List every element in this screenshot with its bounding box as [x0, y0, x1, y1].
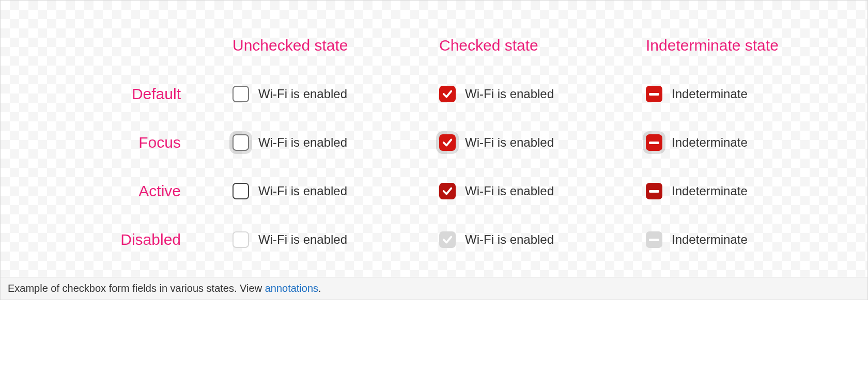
row-header-disabled: Disabled	[36, 231, 212, 248]
row-header-focus: Focus	[36, 134, 212, 151]
checkbox-label: Wi-Fi is enabled	[465, 135, 554, 150]
checkbox-label: Wi-Fi is enabled	[465, 232, 554, 247]
col-header-checked: Checked state	[419, 37, 625, 54]
checkbox-checked-default[interactable]	[439, 86, 456, 102]
checkbox-label: Wi-Fi is enabled	[258, 232, 347, 247]
cell-active-checked: Wi-Fi is enabled	[419, 183, 625, 199]
checkbox-label: Indeterminate	[672, 232, 748, 247]
cell-disabled-indeterminate: Indeterminate	[625, 231, 832, 248]
checkbox-label: Indeterminate	[672, 135, 748, 150]
annotations-link[interactable]: annotations	[265, 283, 318, 294]
row-header-default: Default	[36, 85, 212, 103]
checkbox-label: Wi-Fi is enabled	[258, 184, 347, 198]
checkbox-label: Wi-Fi is enabled	[465, 87, 554, 101]
cell-focus-checked: Wi-Fi is enabled	[419, 134, 625, 151]
checkbox-unchecked-focus[interactable]	[233, 134, 249, 151]
example-panel: Unchecked state Checked state Indetermin…	[0, 0, 868, 300]
checkmark-icon	[442, 88, 453, 100]
col-header-unchecked: Unchecked state	[212, 37, 419, 54]
checkbox-indeterminate-disabled	[646, 231, 662, 248]
checkmark-icon	[442, 137, 453, 148]
checkbox-indeterminate-active[interactable]	[646, 183, 662, 199]
checkbox-checked-focus[interactable]	[439, 134, 456, 151]
indeterminate-icon	[649, 93, 659, 96]
cell-default-checked: Wi-Fi is enabled	[419, 86, 625, 102]
figure-caption: Example of checkbox form fields in vario…	[1, 277, 867, 300]
cell-default-unchecked: Wi-Fi is enabled	[212, 86, 419, 102]
checkbox-checked-disabled	[439, 231, 456, 248]
checkerboard-stage: Unchecked state Checked state Indetermin…	[1, 1, 867, 277]
checkbox-label: Wi-Fi is enabled	[258, 135, 347, 150]
checkbox-indeterminate-default[interactable]	[646, 86, 662, 102]
cell-active-indeterminate: Indeterminate	[625, 183, 832, 199]
cell-focus-indeterminate: Indeterminate	[625, 134, 832, 151]
row-header-active: Active	[36, 182, 212, 200]
states-grid: Unchecked state Checked state Indetermin…	[36, 37, 832, 248]
checkbox-label: Indeterminate	[672, 87, 748, 101]
checkbox-label: Wi-Fi is enabled	[465, 184, 554, 198]
caption-text-suffix: .	[318, 283, 321, 294]
cell-disabled-unchecked: Wi-Fi is enabled	[212, 231, 419, 248]
checkbox-indeterminate-focus[interactable]	[646, 134, 662, 151]
cell-focus-unchecked: Wi-Fi is enabled	[212, 134, 419, 151]
col-header-indeterminate: Indeterminate state	[625, 37, 832, 54]
indeterminate-icon	[649, 190, 659, 193]
caption-text-prefix: Example of checkbox form fields in vario…	[8, 283, 265, 294]
indeterminate-icon	[649, 142, 659, 144]
checkbox-unchecked-default[interactable]	[233, 86, 249, 102]
checkbox-label: Indeterminate	[672, 184, 748, 198]
checkbox-label: Wi-Fi is enabled	[258, 87, 347, 101]
cell-default-indeterminate: Indeterminate	[625, 86, 832, 102]
indeterminate-icon	[649, 239, 659, 241]
checkmark-icon	[442, 234, 453, 245]
checkbox-unchecked-disabled	[233, 231, 249, 248]
checkbox-checked-active[interactable]	[439, 183, 456, 199]
cell-disabled-checked: Wi-Fi is enabled	[419, 231, 625, 248]
checkbox-unchecked-active[interactable]	[233, 183, 249, 199]
cell-active-unchecked: Wi-Fi is enabled	[212, 183, 419, 199]
checkmark-icon	[442, 185, 453, 197]
